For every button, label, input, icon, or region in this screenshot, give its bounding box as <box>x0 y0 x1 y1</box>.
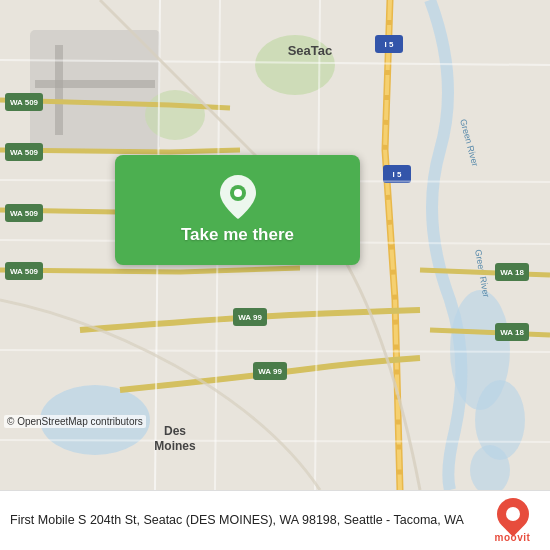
svg-text:SeaTac: SeaTac <box>288 43 333 58</box>
svg-text:WA 509: WA 509 <box>10 267 39 276</box>
svg-text:Des: Des <box>164 424 186 438</box>
take-me-there-label: Take me there <box>181 225 294 245</box>
svg-text:Green River: Green River <box>458 118 480 167</box>
svg-text:I 5: I 5 <box>385 40 394 49</box>
map-container: Green River Green River I 5 I 5 WA 509 W… <box>0 0 550 490</box>
svg-rect-4 <box>30 30 160 150</box>
svg-rect-5 <box>55 45 63 135</box>
svg-text:I 5: I 5 <box>393 170 402 179</box>
moovit-icon <box>490 491 535 536</box>
svg-text:WA 99: WA 99 <box>238 313 262 322</box>
attribution-text: © OpenStreetMap contributors <box>7 416 143 427</box>
map-attribution: © OpenStreetMap contributors <box>4 415 146 428</box>
moovit-inner-dot <box>506 507 520 521</box>
bottom-bar: First Mobile S 204th St, Seatac (DES MOI… <box>0 490 550 550</box>
svg-rect-6 <box>35 80 155 88</box>
svg-text:Moines: Moines <box>154 439 196 453</box>
address-text: First Mobile S 204th St, Seatac (DES MOI… <box>10 512 485 530</box>
location-pin-icon <box>220 175 256 219</box>
svg-text:WA 509: WA 509 <box>10 98 39 107</box>
take-me-there-button[interactable]: Take me there <box>115 155 360 265</box>
svg-point-35 <box>234 189 242 197</box>
moovit-logo: moovit <box>485 498 540 543</box>
svg-text:WA 509: WA 509 <box>10 148 39 157</box>
svg-text:WA 99: WA 99 <box>258 367 282 376</box>
svg-text:WA 509: WA 509 <box>10 209 39 218</box>
svg-text:WA 18: WA 18 <box>500 328 524 337</box>
svg-text:WA 18: WA 18 <box>500 268 524 277</box>
